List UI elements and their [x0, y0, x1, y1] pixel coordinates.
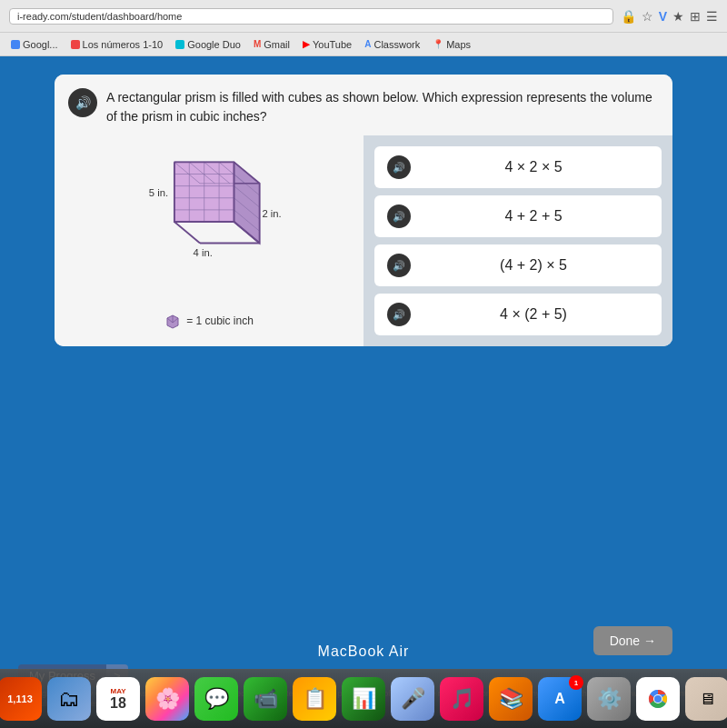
bookmark-label: Google Duo	[187, 39, 241, 50]
bookmark-label: Googl...	[23, 39, 58, 50]
dock-messages[interactable]: 💬	[194, 677, 238, 721]
bookmark-gmail[interactable]: M Gmail	[250, 38, 294, 51]
dock-chrome[interactable]	[636, 677, 680, 721]
svg-text:5 in.: 5 in.	[149, 186, 168, 197]
answer-text-1: 4 × 2 × 5	[418, 159, 649, 175]
dock-extra[interactable]: 🖥	[685, 677, 727, 721]
question-body: 5 in. 2 in. 4 in. = 1 cubic inch	[55, 135, 672, 346]
bookmarks-bar: Googl... Los números 1-10 Google Duo M G…	[0, 33, 727, 56]
svg-text:4 in.: 4 in.	[194, 246, 213, 257]
svg-marker-1	[234, 162, 260, 243]
dock-appstore[interactable]: A 1	[538, 677, 582, 721]
answer-option-1[interactable]: 🔊 4 × 2 × 5	[374, 146, 662, 188]
maps-icon: 📍	[433, 39, 443, 49]
diagram-side: 5 in. 2 in. 4 in. = 1 cubic inch	[55, 135, 364, 346]
dock-photos[interactable]: 🌸	[145, 677, 189, 721]
answer-audio-btn-4[interactable]: 🔊	[387, 303, 411, 326]
calendar-day: 18	[110, 695, 126, 712]
speaker-icon: 🔊	[393, 162, 405, 174]
bookmark-label: Classwork	[373, 39, 420, 50]
messages-icon: 💬	[204, 687, 229, 711]
svg-point-34	[654, 695, 662, 703]
keynote-icon: 🎤	[401, 687, 425, 711]
photos-icon: 🌸	[155, 687, 180, 711]
dock-notifications[interactable]: 1,113	[0, 677, 42, 721]
chrome-icon	[644, 685, 672, 713]
bookmark-icon	[11, 40, 20, 49]
bookmark-numeros[interactable]: Los números 1-10	[67, 38, 167, 51]
prism-container: 5 in. 2 in. 4 in.	[118, 154, 300, 299]
systemprefs-icon: ⚙️	[597, 687, 622, 711]
dock-keynote[interactable]: 🎤	[391, 677, 434, 721]
music-icon: 🎵	[450, 687, 474, 711]
answers-side: 🔊 4 × 2 × 5 🔊 4 + 2 + 5 🔊 (4 + 2) × 5	[364, 135, 672, 346]
dock-systemprefs[interactable]: ⚙️	[587, 677, 631, 721]
speaker-icon: 🔊	[393, 211, 405, 223]
facetime-icon: 📹	[254, 687, 278, 711]
answer-text-3: (4 + 2) × 5	[418, 257, 649, 274]
dock-facetime[interactable]: 📹	[244, 677, 287, 721]
bookmark-label: Gmail	[264, 39, 290, 50]
dock-numbers[interactable]: 📊	[342, 677, 385, 721]
dock-finder[interactable]: 🗂	[47, 677, 91, 721]
menu-icon[interactable]: ☰	[706, 9, 718, 24]
answer-text-2: 4 + 2 + 5	[418, 208, 649, 224]
bookmark-icon	[71, 40, 80, 49]
dock-books[interactable]: 📚	[489, 677, 533, 721]
bookmark-duo[interactable]: Google Duo	[172, 38, 244, 51]
dock-music[interactable]: 🎵	[440, 677, 483, 721]
books-icon: 📚	[499, 687, 523, 711]
browser-icons: 🔒 ☆ V ★ ⊞ ☰	[621, 9, 718, 24]
extensions-icon[interactable]: ⊞	[690, 9, 701, 24]
bookmark-label: Los números 1-10	[83, 39, 164, 50]
bookmark-google[interactable]: Googl...	[7, 38, 62, 51]
speaker-icon: 🔊	[75, 95, 91, 110]
answer-option-3[interactable]: 🔊 (4 + 2) × 5	[374, 244, 662, 286]
url-bar[interactable]: i-ready.com/student/dashboard/home	[9, 8, 613, 25]
star-icon[interactable]: ☆	[642, 9, 653, 24]
dock-calendar[interactable]: MAY 18	[96, 677, 140, 721]
lock-icon: 🔒	[621, 9, 636, 24]
pin-icon[interactable]: ★	[672, 9, 684, 24]
svg-text:2 in.: 2 in.	[262, 208, 281, 219]
finder-icon: 🗂	[58, 686, 80, 712]
taskbar: 1,113 🗂 MAY 18 🌸 💬 📹 📋 📊 🎤 🎵 📚 A 1 ⚙️	[0, 669, 727, 728]
bookmark-label: YouTube	[313, 39, 352, 50]
question-card: 🔊 A rectangular prism is filled with cub…	[55, 75, 672, 346]
answer-audio-btn-3[interactable]: 🔊	[387, 254, 411, 277]
done-button[interactable]: Done →	[593, 626, 672, 655]
question-audio-button[interactable]: 🔊	[68, 88, 97, 117]
answer-option-4[interactable]: 🔊 4 × (2 + 5)	[374, 294, 662, 335]
calendar-month: MAY	[110, 687, 125, 695]
main-content: 🔊 A rectangular prism is filled with cub…	[0, 56, 727, 728]
bookmark-youtube[interactable]: ▶ YouTube	[299, 38, 355, 51]
answer-audio-btn-2[interactable]: 🔊	[387, 204, 411, 228]
bookmark-maps[interactable]: 📍 Maps	[429, 38, 474, 51]
cube-icon	[164, 313, 181, 329]
svg-line-22	[174, 222, 200, 243]
extra-icon: 🖥	[699, 690, 715, 709]
cubic-inch-label: = 1 cubic inch	[164, 313, 254, 329]
task2-icon: 📋	[303, 687, 327, 711]
classwork-icon: A	[364, 39, 371, 49]
macbook-label: MacBook Air	[318, 643, 410, 660]
bookmark-classwork[interactable]: A Classwork	[361, 38, 423, 51]
browser-chrome: i-ready.com/student/dashboard/home 🔒 ☆ V…	[0, 0, 727, 33]
notification-count: 1,113	[7, 693, 33, 704]
cubic-inch-text: = 1 cubic inch	[186, 314, 254, 327]
bookmark-icon	[175, 40, 184, 49]
dock-task2[interactable]: 📋	[293, 677, 336, 721]
appstore-badge: 1	[569, 675, 583, 690]
speaker-icon: 🔊	[393, 260, 405, 272]
answer-audio-btn-1[interactable]: 🔊	[387, 155, 411, 179]
v-icon: V	[659, 9, 667, 24]
numbers-icon: 📊	[352, 687, 376, 711]
question-header: 🔊 A rectangular prism is filled with cub…	[55, 75, 672, 135]
prism-diagram: 5 in. 2 in. 4 in.	[118, 154, 282, 290]
gmail-icon: M	[254, 39, 261, 49]
bookmark-label: Maps	[446, 39, 471, 50]
answer-option-2[interactable]: 🔊 4 + 2 + 5	[374, 195, 662, 237]
appstore-icon: A	[554, 691, 565, 707]
answer-text-4: 4 × (2 + 5)	[418, 306, 649, 323]
question-text: A rectangular prism is filled with cubes…	[106, 88, 659, 126]
